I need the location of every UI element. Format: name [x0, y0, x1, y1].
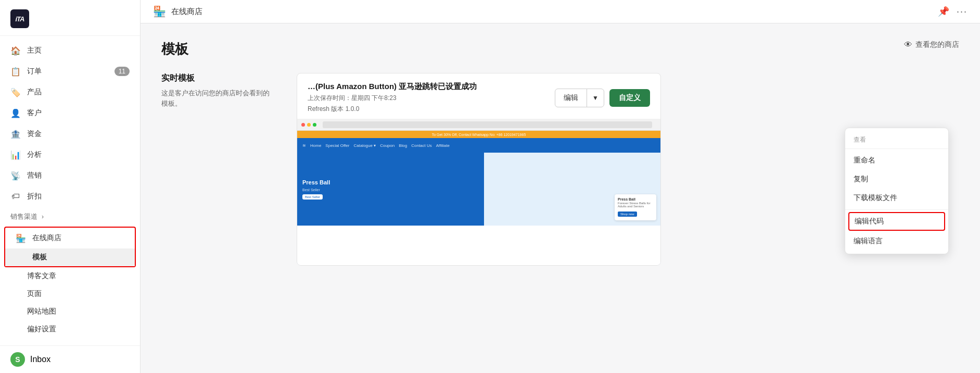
sidebar-sub-item-sitemap[interactable]: 网站地图 [0, 303, 140, 320]
preview-mockup: To Get 30% Off, Contact Whatsapp No: +86… [297, 119, 660, 265]
sidebar-sub-item-pages[interactable]: 页面 [0, 285, 140, 303]
dropdown-item-duplicate[interactable]: 复制 [845, 170, 948, 189]
browser-dot-red [301, 123, 305, 127]
sidebar-sub-item-templates[interactable]: 模板 [5, 248, 135, 266]
topbar-title: 在线商店 [171, 7, 202, 17]
preview-hero-subtitle: Best Seller [302, 188, 320, 192]
preview-hero-badge: Best Seller [302, 194, 323, 200]
nav-coupon: Coupon [380, 143, 394, 148]
section-left: 实时模板 这是客户在访问您的商店时会看到的模板。 [161, 73, 276, 108]
sidebar-logo: iTA [0, 0, 140, 36]
sidebar-item-home[interactable]: 🏠 主页 [0, 40, 140, 61]
template-version: Refresh 版本 1.0.0 [308, 105, 477, 114]
eye-icon: 👁 [904, 40, 912, 49]
dropdown-item-download[interactable]: 下载模板文件 [845, 189, 948, 207]
topbar-right: 📌 ··· [938, 6, 968, 17]
inbox-button[interactable]: S Inbox [0, 345, 140, 373]
dropdown-menu: 查看 重命名 复制 下载模板文件 编辑代码 编辑语言 [845, 128, 949, 254]
sidebar-item-orders[interactable]: 📋 订单 11 [0, 61, 140, 82]
browser-url-bar [323, 121, 652, 128]
preview-hero-title: Press Ball [302, 179, 330, 185]
online-store-label: 在线商店 [32, 233, 61, 243]
sidebar-item-label: 折扣 [27, 192, 42, 201]
sidebar-sub-item-preferences[interactable]: 偏好设置 [0, 320, 140, 338]
sitemap-label: 网站地图 [27, 307, 56, 315]
topbar-left: 🏪 在线商店 [153, 5, 202, 18]
finance-icon: 🏦 [10, 129, 21, 139]
customize-button[interactable]: 自定义 [609, 89, 650, 107]
nav-catalogue: Catalogue ▾ [353, 143, 376, 148]
preview-browser-bar [297, 119, 660, 131]
edit-main-button[interactable]: 编辑 [555, 89, 587, 107]
sidebar-item-discounts[interactable]: 🏷 折扣 [0, 186, 140, 207]
preview-product-btn: Shop now [618, 212, 637, 217]
pages-label: 页面 [27, 289, 42, 297]
dropdown-item-edit-language[interactable]: 编辑语言 [845, 232, 948, 251]
analytics-icon: 📊 [10, 150, 21, 160]
promo-text: To Get 30% Off, Contact Whatsapp No: +86… [432, 133, 526, 136]
preview-nav-bar: ≋ Home Special Offer Catalogue ▾ Coupon … [297, 138, 660, 153]
sidebar-item-customers[interactable]: 👤 客户 [0, 103, 140, 123]
view-store-button[interactable]: 👁 查看您的商店 [904, 40, 959, 49]
templates-section: 实时模板 这是客户在访问您的商店时会看到的模板。 …(Plus Amazon B… [161, 73, 959, 266]
browser-dot-yellow [307, 123, 311, 127]
sidebar-item-label: 资金 [27, 129, 42, 139]
topbar: 🏪 在线商店 📌 ··· [141, 0, 980, 23]
sidebar-item-finance[interactable]: 🏦 资金 [0, 123, 140, 144]
sidebar-item-marketing[interactable]: 📡 营销 [0, 165, 140, 186]
nav-affiliate: Affiliate [436, 143, 450, 148]
inbox-label: Inbox [30, 355, 50, 364]
main-area: 🏪 在线商店 📌 ··· 模板 👁 查看您的商店 实时模板 这是客户在访问您的商… [141, 0, 980, 373]
nav-home: Home [310, 143, 321, 148]
sidebar-sub-item-blog[interactable]: 博客文章 [0, 267, 140, 285]
dropdown-section-label: 查看 [845, 131, 948, 146]
template-name: …(Plus Amazon Button) 亚马逊跳转已设置成功 [308, 82, 477, 92]
sidebar-item-label: 客户 [27, 108, 42, 118]
preview-hero-left: Press Ball Best Seller Best Seller [297, 153, 484, 226]
sidebar-item-products[interactable]: 🏷️ 产品 [0, 82, 140, 103]
sidebar-item-label: 主页 [27, 46, 42, 55]
chevron-right-icon: › [42, 213, 44, 220]
nav-logo: ≋ [302, 143, 306, 148]
sidebar-item-label: 订单 [27, 67, 42, 76]
dropdown-item-rename[interactable]: 重命名 [845, 151, 948, 170]
preview-product-desc: Forever Stress Balls for Adults and Seni… [618, 202, 653, 208]
dropdown-item-edit-code[interactable]: 编辑代码 [848, 212, 945, 231]
preview-promo-bar: To Get 30% Off, Contact Whatsapp No: +86… [297, 131, 660, 138]
pin-icon[interactable]: 📌 [938, 6, 949, 17]
realtime-desc: 这是客户在访问您的商店时会看到的模板。 [161, 88, 276, 108]
template-last-saved: 上次保存时间：星期四 下午8:23 [308, 94, 477, 103]
edit-dropdown-button[interactable]: ▼ [587, 90, 604, 106]
topbar-store-icon: 🏪 [153, 5, 166, 18]
orders-badge: 11 [114, 67, 130, 76]
content-area: 模板 👁 查看您的商店 实时模板 这是客户在访问您的商店时会看到的模板。 …(P… [141, 23, 980, 373]
sales-channels-header[interactable]: 销售渠道 › [0, 207, 140, 227]
products-icon: 🏷️ [10, 87, 21, 97]
sales-channels-label: 销售渠道 [10, 212, 37, 221]
page-title: 模板 [161, 40, 959, 58]
orders-icon: 📋 [10, 66, 21, 77]
nav-contact: Contact Us [411, 143, 432, 148]
sidebar-item-label: 产品 [27, 88, 42, 97]
sidebar-item-online-store[interactable]: 🏪 在线商店 [5, 228, 135, 248]
nav-offers: Special Offer [325, 143, 349, 148]
template-actions: 编辑 ▼ 自定义 [555, 89, 650, 107]
sidebar-item-label: 分析 [27, 150, 42, 159]
template-card: …(Plus Amazon Button) 亚马逊跳转已设置成功 上次保存时间：… [297, 73, 661, 266]
nav-blog: Blog [399, 143, 407, 148]
view-store-label: 查看您的商店 [915, 40, 959, 49]
browser-dot-green [313, 123, 316, 127]
preview-hero: Press Ball Best Seller Best Seller Press… [297, 153, 660, 226]
sidebar-item-analytics[interactable]: 📊 分析 [0, 144, 140, 165]
preview-hero-right: Press Ball Forever Stress Balls for Adul… [484, 153, 660, 226]
template-name-row: …(Plus Amazon Button) 亚马逊跳转已设置成功 上次保存时间：… [308, 82, 650, 114]
template-thumbnail: To Get 30% Off, Contact Whatsapp No: +86… [297, 119, 660, 265]
preferences-label: 偏好设置 [27, 325, 56, 333]
templates-label: 模板 [32, 253, 47, 262]
preview-product-card: Press Ball Forever Stress Balls for Adul… [615, 194, 656, 220]
dropdown-divider-2 [845, 209, 948, 210]
more-icon[interactable]: ··· [957, 6, 968, 17]
store-icon: 🏪 [16, 233, 26, 243]
home-icon: 🏠 [10, 45, 21, 56]
template-card-header: …(Plus Amazon Button) 亚马逊跳转已设置成功 上次保存时间：… [297, 73, 660, 119]
